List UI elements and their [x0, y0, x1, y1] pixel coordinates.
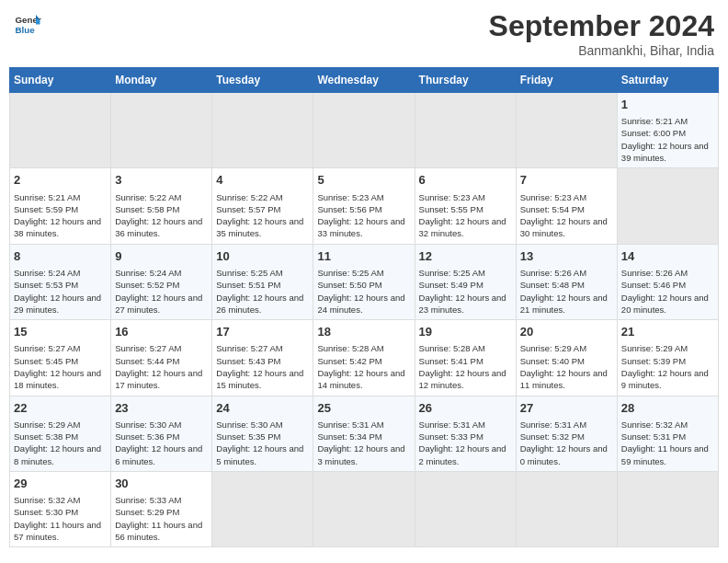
- day-number: 16: [115, 324, 208, 340]
- sunset: Sunset: 5:39 PM: [621, 356, 686, 366]
- day-number: 28: [621, 400, 714, 417]
- day-number: 14: [621, 248, 714, 265]
- calendar-cell: 9Sunrise: 5:24 AMSunset: 5:52 PMDaylight…: [111, 244, 212, 319]
- calendar-cell: [415, 471, 516, 546]
- sunset: Sunset: 5:54 PM: [520, 204, 585, 214]
- logo: General Blue: [14, 9, 41, 37]
- day-number: 15: [14, 324, 107, 340]
- svg-text:Blue: Blue: [16, 25, 36, 35]
- sunset: Sunset: 5:48 PM: [520, 280, 585, 290]
- day-number: 5: [317, 172, 410, 189]
- svg-marker-3: [36, 19, 40, 24]
- day-number: 8: [14, 248, 107, 265]
- sunrise: Sunrise: 5:23 AM: [317, 192, 383, 202]
- daylight: Daylight: 12 hours and 21 minutes.: [520, 293, 608, 315]
- col-header-wednesday: Wednesday: [313, 68, 415, 93]
- calendar-cell: 14Sunrise: 5:26 AMSunset: 5:46 PMDayligh…: [617, 244, 718, 319]
- calendar-week-1: 1Sunrise: 5:21 AMSunset: 6:00 PMDaylight…: [10, 93, 719, 168]
- col-header-saturday: Saturday: [617, 68, 718, 93]
- sunrise: Sunrise: 5:28 AM: [317, 343, 383, 353]
- daylight: Daylight: 12 hours and 35 minutes.: [216, 216, 303, 238]
- sunrise: Sunrise: 5:31 AM: [317, 419, 383, 430]
- daylight: Daylight: 12 hours and 39 minutes.: [621, 141, 709, 163]
- day-number: 1: [621, 97, 714, 113]
- sunset: Sunset: 5:59 PM: [14, 204, 78, 214]
- sunset: Sunset: 5:34 PM: [317, 431, 381, 442]
- calendar-week-5: 22Sunrise: 5:29 AMSunset: 5:38 PMDayligh…: [10, 396, 719, 471]
- sunset: Sunset: 5:55 PM: [419, 204, 483, 214]
- calendar-week-6: 29Sunrise: 5:32 AMSunset: 5:30 PMDayligh…: [10, 471, 719, 546]
- sunrise: Sunrise: 5:24 AM: [115, 268, 181, 278]
- daylight: Daylight: 12 hours and 23 minutes.: [419, 293, 506, 315]
- calendar-table: SundayMondayTuesdayWednesdayThursdayFrid…: [9, 67, 719, 547]
- daylight: Daylight: 12 hours and 17 minutes.: [115, 368, 202, 390]
- sunrise: Sunrise: 5:31 AM: [520, 419, 586, 430]
- calendar-cell: 15Sunrise: 5:27 AMSunset: 5:45 PMDayligh…: [10, 320, 111, 396]
- sunset: Sunset: 5:31 PM: [621, 431, 686, 442]
- calendar-cell: 11Sunrise: 5:25 AMSunset: 5:50 PMDayligh…: [313, 244, 415, 319]
- calendar-cell: [617, 168, 718, 244]
- sunrise: Sunrise: 5:27 AM: [14, 343, 80, 353]
- calendar-cell: 30Sunrise: 5:33 AMSunset: 5:29 PMDayligh…: [111, 471, 212, 546]
- daylight: Daylight: 12 hours and 2 minutes.: [419, 443, 506, 465]
- sunrise: Sunrise: 5:22 AM: [216, 192, 282, 202]
- sunset: Sunset: 5:45 PM: [14, 356, 78, 366]
- calendar-cell: 6Sunrise: 5:23 AMSunset: 5:55 PMDaylight…: [415, 168, 516, 244]
- sunset: Sunset: 5:52 PM: [115, 280, 179, 290]
- day-number: 18: [317, 324, 410, 340]
- sunrise: Sunrise: 5:30 AM: [216, 419, 282, 430]
- calendar-cell: 16Sunrise: 5:27 AMSunset: 5:44 PMDayligh…: [111, 320, 212, 396]
- day-number: 11: [317, 248, 410, 265]
- calendar-cell: 29Sunrise: 5:32 AMSunset: 5:30 PMDayligh…: [10, 471, 111, 546]
- sunset: Sunset: 5:57 PM: [216, 204, 280, 214]
- sunset: Sunset: 5:33 PM: [419, 431, 483, 442]
- sunrise: Sunrise: 5:24 AM: [14, 268, 80, 278]
- sunrise: Sunrise: 5:23 AM: [520, 192, 586, 202]
- calendar-header-row: SundayMondayTuesdayWednesdayThursdayFrid…: [10, 68, 719, 93]
- sunrise: Sunrise: 5:33 AM: [115, 495, 181, 505]
- sunset: Sunset: 5:46 PM: [621, 280, 686, 290]
- daylight: Daylight: 12 hours and 26 minutes.: [216, 293, 303, 315]
- title-section: September 2024 Banmankhi, Bihar, India: [489, 9, 714, 58]
- calendar-cell: 10Sunrise: 5:25 AMSunset: 5:51 PMDayligh…: [212, 244, 313, 319]
- sunset: Sunset: 5:56 PM: [317, 204, 381, 214]
- calendar-cell: 27Sunrise: 5:31 AMSunset: 5:32 PMDayligh…: [516, 396, 617, 471]
- calendar-cell: 25Sunrise: 5:31 AMSunset: 5:34 PMDayligh…: [313, 396, 415, 471]
- calendar-cell: 24Sunrise: 5:30 AMSunset: 5:35 PMDayligh…: [212, 396, 313, 471]
- sunset: Sunset: 5:32 PM: [520, 431, 585, 442]
- daylight: Daylight: 12 hours and 29 minutes.: [14, 293, 101, 315]
- day-number: 26: [419, 400, 512, 417]
- calendar-cell: 22Sunrise: 5:29 AMSunset: 5:38 PMDayligh…: [10, 396, 111, 471]
- sunrise: Sunrise: 5:27 AM: [216, 343, 282, 353]
- calendar-cell: 8Sunrise: 5:24 AMSunset: 5:53 PMDaylight…: [10, 244, 111, 319]
- daylight: Daylight: 11 hours and 59 minutes.: [621, 443, 709, 465]
- daylight: Daylight: 12 hours and 38 minutes.: [14, 216, 101, 238]
- calendar-cell: 4Sunrise: 5:22 AMSunset: 5:57 PMDaylight…: [212, 168, 313, 244]
- calendar-cell: 18Sunrise: 5:28 AMSunset: 5:42 PMDayligh…: [313, 320, 415, 396]
- day-number: 19: [419, 324, 512, 340]
- sunset: Sunset: 5:38 PM: [14, 431, 78, 442]
- sunrise: Sunrise: 5:25 AM: [216, 268, 282, 278]
- sunset: Sunset: 5:41 PM: [419, 356, 483, 366]
- sunrise: Sunrise: 5:29 AM: [520, 343, 586, 353]
- sunrise: Sunrise: 5:30 AM: [115, 419, 181, 430]
- calendar-cell: 3Sunrise: 5:22 AMSunset: 5:58 PMDaylight…: [111, 168, 212, 244]
- sunset: Sunset: 5:30 PM: [14, 507, 78, 517]
- col-header-sunday: Sunday: [10, 68, 111, 93]
- sunrise: Sunrise: 5:21 AM: [14, 192, 80, 202]
- calendar-cell: 17Sunrise: 5:27 AMSunset: 5:43 PMDayligh…: [212, 320, 313, 396]
- calendar-cell: [516, 471, 617, 546]
- calendar-week-3: 8Sunrise: 5:24 AMSunset: 5:53 PMDaylight…: [10, 244, 719, 319]
- sunrise: Sunrise: 5:22 AM: [115, 192, 181, 202]
- day-number: 21: [621, 324, 714, 340]
- day-number: 10: [216, 248, 309, 265]
- sunset: Sunset: 5:49 PM: [419, 280, 483, 290]
- day-number: 22: [14, 400, 107, 417]
- calendar-cell: [313, 471, 415, 546]
- daylight: Daylight: 12 hours and 14 minutes.: [317, 368, 404, 390]
- daylight: Daylight: 12 hours and 18 minutes.: [14, 368, 101, 390]
- logo-icon: General Blue: [14, 9, 41, 37]
- sunset: Sunset: 5:42 PM: [317, 356, 381, 366]
- day-number: 30: [115, 476, 208, 492]
- calendar-cell: 13Sunrise: 5:26 AMSunset: 5:48 PMDayligh…: [516, 244, 617, 319]
